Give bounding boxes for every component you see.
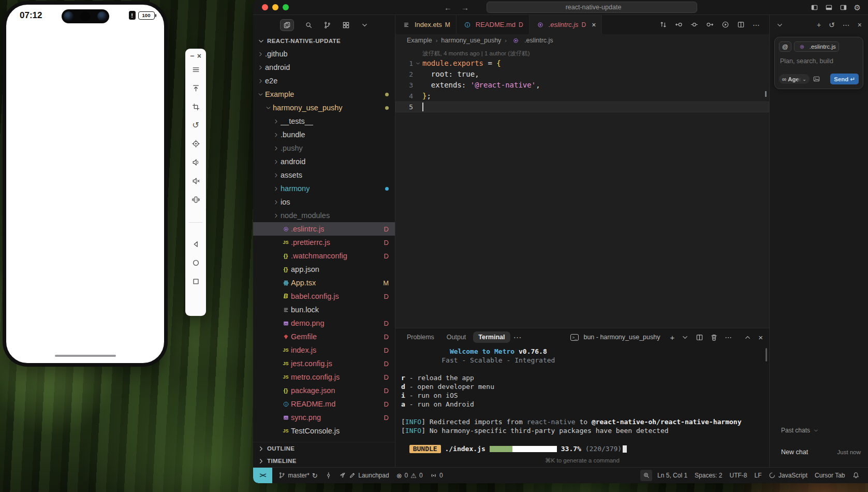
recents-icon[interactable] (192, 277, 200, 286)
past-chats-toggle[interactable]: Past chats (781, 427, 819, 434)
layout-bottom-icon[interactable] (825, 4, 833, 11)
trash-icon[interactable] (710, 334, 718, 341)
code-line-2[interactable]: 2 root: true, (395, 69, 769, 80)
chevron-down-icon[interactable] (681, 334, 689, 341)
screenshot-icon[interactable] (192, 139, 200, 148)
close-icon[interactable]: × (858, 21, 862, 29)
split-icon[interactable] (737, 21, 745, 28)
tree-item-ios[interactable]: ios (253, 195, 395, 209)
tree-item-jest.config.js[interactable]: JSjest.config.jsD (253, 357, 395, 370)
tree-item-Example[interactable]: Example (253, 88, 395, 101)
breadcrumb[interactable]: Example › harmony_use_pushy › .eslintrc.… (395, 34, 769, 47)
copy-icon[interactable] (280, 19, 294, 31)
new-chat-icon[interactable]: + (817, 21, 821, 29)
statusbar-indentation[interactable]: Spaces: 2 (691, 468, 726, 483)
tree-item-sync.png[interactable]: sync.pngD (253, 411, 395, 424)
panel-tab-terminal[interactable]: Terminal (473, 331, 510, 343)
run-icon[interactable] (722, 21, 729, 28)
statusbar-zoom[interactable] (640, 470, 653, 481)
tree-item-__tests__[interactable]: __tests__ (253, 114, 395, 128)
tree-item-babel.config.js[interactable]: Bbabel.config.jsD (253, 290, 395, 303)
branch-icon[interactable] (323, 21, 331, 29)
tree-item-README.md[interactable]: README.mdD (253, 397, 395, 411)
tree-item-.prettierrc.js[interactable]: JS.prettierrc.jsD (253, 236, 395, 249)
tree-item-assets[interactable]: assets (253, 168, 395, 182)
chevron-up-icon[interactable] (744, 334, 752, 341)
extensions-icon[interactable] (342, 21, 350, 29)
volume-up-icon[interactable] (192, 158, 200, 167)
chat-input-card[interactable]: @ .eslintrc.js Plan, search, build ∞ Age… (774, 37, 863, 89)
statusbar-launchpad[interactable]: Launchpad (335, 468, 392, 483)
minimize-window-button[interactable] (272, 4, 278, 10)
tab-Index.ets[interactable]: Index.etsM (395, 15, 457, 34)
phone-simulator[interactable]: 07:12 ! 100 (3, 1, 168, 367)
home-icon[interactable] (192, 258, 200, 267)
tree-item-TestConsole.js[interactable]: JSTestConsole.js (253, 424, 395, 438)
code-editor[interactable]: 波仔糕, 4 months ago | 1 author (波仔糕) 1modu… (395, 47, 769, 328)
add-context-button[interactable]: @ (779, 41, 791, 52)
plus-icon[interactable]: + (670, 334, 674, 341)
code-line-4[interactable]: 4}; (395, 91, 769, 102)
panel-tab-output[interactable]: Output (442, 331, 472, 343)
back-icon[interactable]: ← (444, 3, 452, 12)
tree-item-.bundle[interactable]: .bundle (253, 128, 395, 141)
chat-input[interactable]: Plan, search, build (780, 57, 858, 65)
tree-item-.github[interactable]: .github (253, 47, 395, 61)
rotate-icon[interactable]: ↺ (192, 121, 199, 129)
scroll-top-icon[interactable] (192, 84, 200, 93)
close-tab-icon[interactable]: × (592, 21, 596, 29)
tree-item-index.js[interactable]: JSindex.jsD (253, 343, 395, 357)
new-chat-item[interactable]: New chat (781, 448, 808, 456)
statusbar-commit-graph[interactable] (321, 468, 336, 483)
more-icon[interactable]: ⋯ (843, 21, 850, 29)
breadcrumb-item[interactable]: harmony_use_pushy (441, 37, 501, 44)
remote-indicator[interactable]: >< (253, 468, 272, 483)
agent-mode-selector[interactable]: ∞ Agent ⌄ (779, 74, 810, 84)
statusbar-language[interactable]: JavaScript (765, 468, 811, 483)
phone-screen[interactable]: 07:12 ! 100 (6, 5, 164, 363)
panel-tab-problems[interactable]: Problems (402, 331, 439, 343)
chevron-down-icon[interactable] (361, 21, 369, 29)
tree-item-.pushy[interactable]: .pushy (253, 141, 395, 155)
statusbar-notifications[interactable] (849, 468, 863, 483)
section-outline[interactable]: OUTLINE (253, 442, 395, 455)
tree-item-node_modules[interactable]: node_modules (253, 209, 395, 222)
statusbar-eol[interactable]: LF (751, 468, 765, 483)
section-timeline[interactable]: TIMELINE (253, 455, 395, 467)
terminal-output[interactable]: Welcome to Metro v0.76.8 Fast - Scalable… (395, 346, 769, 467)
tree-item-harmony[interactable]: harmony (253, 182, 395, 195)
code-line-5[interactable]: 5 (395, 102, 769, 112)
code-line-3[interactable]: 3 extends: '@react-native', (395, 80, 769, 91)
layout-right-icon[interactable] (840, 4, 847, 11)
more-icon[interactable]: ⋯ (725, 334, 732, 341)
breadcrumb-item[interactable]: .eslintrc.js (524, 37, 553, 44)
command-center-search[interactable]: react-native-update (487, 2, 697, 13)
close-icon[interactable]: × (758, 334, 763, 341)
next-change-icon[interactable] (706, 21, 714, 28)
statusbar-git-branch[interactable]: master*↻ (275, 468, 321, 483)
tab-README.md[interactable]: README.mdD (457, 15, 529, 34)
statusbar-cursor-position[interactable]: Ln 5, Col 1 (654, 468, 691, 483)
search-icon[interactable] (305, 21, 313, 29)
explorer-root-header[interactable]: REACT-NATIVE-UPDATE (253, 35, 395, 47)
statusbar-problems[interactable]: ⊗0⚠0 (393, 468, 426, 483)
compare-icon[interactable] (659, 21, 667, 28)
attach-image-icon[interactable] (813, 75, 820, 83)
context-file-chip[interactable]: .eslintrc.js (794, 41, 839, 52)
crop-icon[interactable] (192, 103, 200, 111)
tree-item-harmony_use_pushy[interactable]: harmony_use_pushy (253, 101, 395, 114)
emulator-close-icon[interactable]: × (197, 52, 201, 60)
maximize-window-button[interactable] (283, 4, 289, 10)
terminal-scrollbar[interactable] (766, 348, 767, 361)
tree-item-demo.png[interactable]: demo.pngD (253, 316, 395, 330)
breadcrumb-item[interactable]: Example (407, 37, 432, 44)
statusbar-ports[interactable]: 0 (426, 468, 447, 483)
tree-item-metro.config.js[interactable]: JSmetro.config.jsD (253, 370, 395, 384)
history-icon[interactable]: ↺ (829, 21, 835, 29)
more-icon[interactable]: ⋯ (753, 21, 760, 28)
tree-item-e2e[interactable]: e2e (253, 74, 395, 88)
menu-icon[interactable] (192, 65, 200, 74)
statusbar-encoding[interactable]: UTF-8 (726, 468, 751, 483)
tree-item-package.json[interactable]: {}package.jsonD (253, 384, 395, 397)
volume-mute-icon[interactable] (192, 177, 200, 185)
